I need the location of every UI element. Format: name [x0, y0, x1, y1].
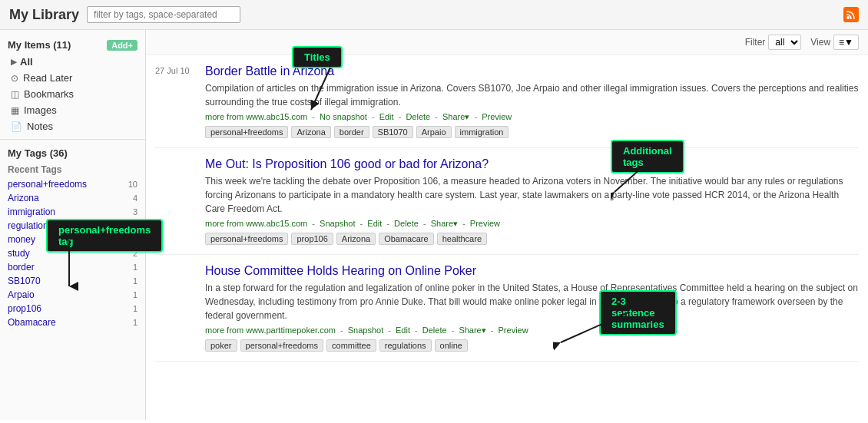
tag-pill[interactable]: Arpaio — [416, 126, 452, 138]
main-toolbar: Filter all View ≡▼ — [146, 30, 868, 55]
tag-pill[interactable]: regulations — [379, 339, 432, 352]
tag-name: personal+freedoms — [8, 179, 87, 190]
tag-count: 10 — [128, 180, 137, 189]
tag-name: SB1070 — [8, 276, 41, 286]
delete-link[interactable]: Delete — [406, 112, 430, 121]
edit-link[interactable]: Edit — [379, 112, 394, 121]
sidebar: My Items (11) Add+ ▶ All ⊙ Read Later ◫ … — [0, 30, 146, 420]
tag-pill[interactable]: Arizona — [336, 233, 376, 245]
tag-pill[interactable]: personal+freedoms — [205, 126, 288, 138]
tag-pill[interactable]: poker — [205, 339, 237, 352]
delete-link[interactable]: Delete — [422, 326, 447, 335]
share-link[interactable]: Share▾ — [431, 219, 458, 228]
table-row: Me Out: Is Proposition 106 good or bad f… — [155, 148, 859, 255]
sidebar-tag-border[interactable]: border 1 — [0, 260, 145, 274]
source-link[interactable]: more from www.abc15.com — [205, 219, 307, 228]
source-link[interactable]: more from www.parttimepoker.com — [205, 326, 336, 335]
tag-count: 1 — [133, 290, 137, 299]
sidebar-item-read-later[interactable]: ⊙ Read Later — [0, 70, 145, 86]
tag-count: 3 — [133, 207, 137, 216]
tag-count: 2 — [133, 221, 137, 230]
sidebar-tag-arpaio[interactable]: Arpaio 1 — [0, 288, 145, 302]
sidebar-tag-immigration[interactable]: immigration 3 — [0, 205, 145, 219]
tag-count: 2 — [133, 235, 137, 244]
delete-link[interactable]: Delete — [394, 219, 419, 228]
tag-name: study — [8, 248, 30, 259]
sidebar-item-notes-label: Notes — [27, 121, 53, 132]
tag-pill[interactable]: immigration — [455, 126, 509, 138]
article-body: House Committee Holds Hearing on Online … — [205, 264, 859, 352]
sidebar-tag-obamacare[interactable]: Obamacare 1 — [0, 316, 145, 329]
tag-count: 2 — [133, 249, 137, 258]
table-row: House Committee Holds Hearing on Online … — [155, 255, 859, 362]
tag-name: prop106 — [8, 303, 41, 314]
tag-count: 1 — [133, 276, 137, 286]
article-body: Border Battle in Arizona Compilation of … — [205, 64, 859, 138]
sidebar-tag-study[interactable]: study 2 — [0, 246, 145, 260]
article-title[interactable]: House Committee Holds Hearing on Online … — [205, 264, 476, 277]
sidebar-item-notes[interactable]: 📄 Notes — [0, 118, 145, 134]
snapshot-link[interactable]: Snapshot — [348, 326, 383, 335]
add-item-button[interactable]: Add+ — [107, 40, 137, 51]
tag-pill[interactable]: Arizona — [291, 126, 330, 138]
preview-link[interactable]: Preview — [482, 112, 512, 121]
article-date — [155, 157, 201, 159]
preview-link[interactable]: Preview — [499, 326, 528, 335]
tag-pill[interactable]: Obamacare — [379, 233, 433, 245]
read-later-icon: ⊙ — [11, 73, 18, 84]
sidebar-item-images-label: Images — [24, 104, 57, 116]
article-actions: more from www.parttimepoker.com - Snapsh… — [205, 326, 859, 335]
header: My Library — [0, 0, 868, 30]
source-link[interactable]: more from www.abc15.com — [205, 112, 307, 121]
tag-count: 1 — [133, 318, 137, 327]
article-body: Me Out: Is Proposition 106 good or bad f… — [205, 157, 859, 245]
sidebar-item-bookmarks[interactable]: ◫ Bookmarks — [0, 86, 145, 102]
article-title[interactable]: Me Out: Is Proposition 106 good or bad f… — [205, 157, 489, 170]
tag-name: Arizona — [8, 193, 39, 203]
sidebar-item-all-label: All — [20, 56, 33, 68]
tag-pill[interactable]: personal+freedoms — [240, 339, 323, 352]
view-toggle-button[interactable]: ≡▼ — [833, 35, 859, 50]
article-tags: personal+freedoms prop106 Arizona Obamac… — [205, 233, 859, 245]
tag-pill[interactable]: SB1070 — [373, 126, 413, 138]
recent-tags-label: Recent Tags — [0, 162, 145, 177]
preview-link[interactable]: Preview — [470, 219, 500, 228]
article-title[interactable]: Border Battle in Arizona — [205, 64, 334, 78]
sidebar-item-images[interactable]: ▦ Images — [0, 102, 145, 118]
main-layout: My Items (11) Add+ ▶ All ⊙ Read Later ◫ … — [0, 30, 868, 420]
bookmarks-icon: ◫ — [11, 89, 19, 100]
tag-pill[interactable]: healthcare — [437, 233, 487, 245]
article-date — [155, 264, 201, 266]
filter-select[interactable]: all — [768, 35, 801, 50]
tag-name: money — [8, 234, 35, 245]
tag-name: immigration — [8, 207, 55, 217]
sidebar-tag-personal-freedoms[interactable]: personal+freedoms 10 — [0, 177, 145, 191]
tag-pill[interactable]: online — [435, 339, 468, 352]
sidebar-tag-prop106[interactable]: prop106 1 — [0, 302, 145, 316]
tag-count: 1 — [133, 304, 137, 313]
sidebar-tag-regulations[interactable]: regulations 2 — [0, 219, 145, 233]
tag-pill[interactable]: personal+freedoms — [205, 233, 288, 245]
view-label: View — [810, 37, 830, 48]
edit-link[interactable]: Edit — [396, 326, 410, 335]
main-content: Filter all View ≡▼ 27 Jul 10 Border Batt… — [146, 30, 868, 420]
tag-name: Obamacare — [8, 317, 56, 328]
tag-pill[interactable]: prop106 — [291, 233, 333, 245]
article-list: 27 Jul 10 Border Battle in Arizona Compi… — [146, 55, 868, 362]
rss-icon[interactable] — [843, 7, 859, 22]
sidebar-tag-arizona[interactable]: Arizona 4 — [0, 191, 145, 205]
snapshot-link[interactable]: Snapshot — [320, 219, 355, 228]
sidebar-item-all[interactable]: ▶ All — [0, 54, 145, 70]
tag-filter-input[interactable] — [87, 6, 240, 23]
my-tags-header: My Tags (36) — [0, 144, 145, 162]
tag-name: Arpaio — [8, 289, 35, 300]
tag-pill[interactable]: border — [334, 126, 369, 138]
tag-pill[interactable]: committee — [326, 339, 376, 352]
share-link[interactable]: Share▾ — [442, 112, 469, 121]
edit-link[interactable]: Edit — [367, 219, 382, 228]
sidebar-tag-sb1070[interactable]: SB1070 1 — [0, 274, 145, 288]
app-title: My Library — [9, 7, 79, 23]
share-link[interactable]: Share▾ — [459, 326, 485, 335]
article-actions: more from www.abc15.com - No snapshot - … — [205, 112, 859, 122]
sidebar-tag-money[interactable]: money 2 — [0, 233, 145, 246]
